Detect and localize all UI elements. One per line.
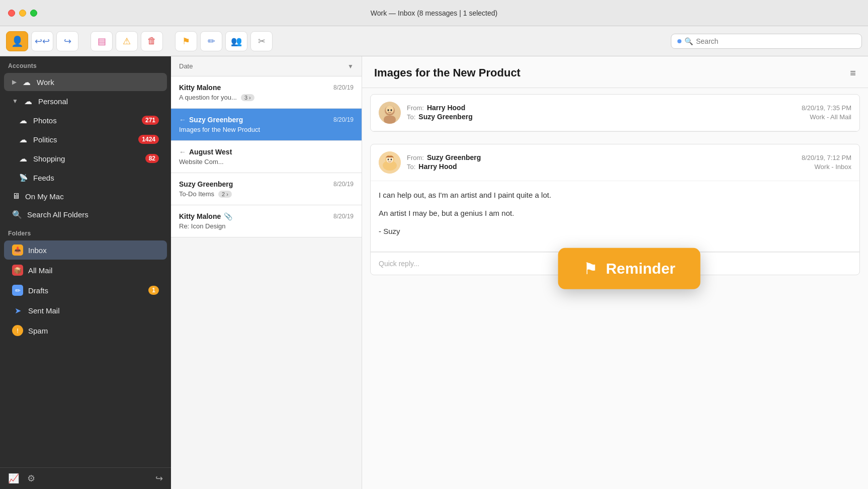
reply-all-button[interactable]: ↩↩ [31, 31, 53, 51]
email-subject-text: To-Do Items [179, 190, 214, 198]
reminder-label: Reminder [606, 260, 675, 277]
sidebar-item-all-mail[interactable]: 📦 All Mail [4, 261, 167, 280]
contacts-button[interactable]: 👥 [225, 31, 247, 51]
forward-button[interactable]: ↪ [56, 31, 78, 51]
flag-button[interactable]: ⚑ [175, 31, 197, 51]
menu-button[interactable]: ≡ [850, 67, 856, 79]
sidebar-item-politics[interactable]: ☁ Politics 1424 [10, 130, 167, 148]
email-list: Date ▼ Kitty Malone 8/20/19 A question f… [171, 56, 362, 489]
email-item-selected[interactable]: ← Suzy Greenberg 8/20/19 Images for the … [171, 109, 362, 141]
message-body: I can help out, as I'm an artist and I p… [371, 181, 859, 252]
email-subject-text: Website Com... [179, 158, 224, 166]
svg-point-5 [391, 109, 392, 111]
politics-badge: 1424 [138, 135, 159, 144]
email-sender: Suzy Greenberg [189, 116, 243, 124]
sidebar-item-search-all[interactable]: 🔍 Search All Folders [4, 206, 167, 223]
cloud-icon-photos: ☁ [18, 115, 28, 125]
photos-label: Photos [33, 116, 57, 125]
sidebar-item-shopping[interactable]: ☁ Shopping 82 [10, 149, 167, 168]
email-item[interactable]: ← August West Website Com... [171, 141, 362, 173]
email-item[interactable]: Suzy Greenberg 8/20/19 To-Do Items 2 › [171, 173, 362, 205]
email-item[interactable]: Kitty Malone 📎 8/20/19 Re: Icon Design [171, 205, 362, 237]
message-time-2: 8/20/19, 7:12 PM [802, 154, 851, 161]
search-input[interactable] [696, 37, 855, 45]
from-row: From: Harry Hood 8/20/19, 7:35 PM [407, 104, 851, 112]
sidebar-item-inbox[interactable]: 📥 Inbox [4, 240, 167, 260]
spam-icon: ! [12, 325, 23, 336]
flag-yellow-button[interactable]: ⚠ [116, 31, 138, 51]
email-subject: Images for the New Product [179, 126, 354, 133]
message-card-header: From: Harry Hood 8/20/19, 7:35 PM To: Su… [371, 95, 859, 131]
activity-icon[interactable]: 📈 [8, 473, 19, 484]
maximize-button[interactable] [30, 10, 37, 17]
politics-label: Politics [33, 135, 57, 144]
sort-label: Date [179, 62, 193, 70]
cloud-icon-personal: ☁ [23, 96, 33, 106]
email-subject: A question for you... 3 › [179, 94, 354, 101]
minimize-button[interactable] [19, 10, 26, 17]
thread-badge: 3 › [241, 94, 254, 101]
email-subject-text: A question for you... [179, 94, 237, 101]
inbox-label: Inbox [28, 246, 47, 255]
email-subject: Re: Icon Design [179, 222, 354, 230]
sent-icon: ➤ [12, 305, 23, 316]
avatar-button[interactable]: 👤 [6, 31, 28, 51]
traffic-lights [8, 10, 37, 17]
sidebar-item-feeds[interactable]: 📡 Feeds [10, 169, 167, 187]
message-mailbox: Work - All Mail [810, 113, 851, 121]
reply-arrow-icon: ← [179, 116, 186, 124]
chevron-down-icon: ▼ [12, 98, 18, 105]
from-name-2: Suzy Greenberg [427, 153, 481, 161]
search-folder-icon: 🔍 [12, 210, 22, 219]
avatar [379, 102, 401, 124]
sidebar-item-work[interactable]: ▶ ☁ Work [4, 73, 167, 91]
signout-icon[interactable]: ↪ [155, 473, 163, 484]
reminder-flag-icon: ⚑ [583, 259, 598, 278]
archive-icon: ▤ [98, 36, 106, 47]
close-button[interactable] [8, 10, 15, 17]
sidebar-item-personal[interactable]: ▼ ☁ Personal [4, 92, 167, 110]
archive-button[interactable]: ▤ [91, 31, 113, 51]
avatar-icon: 👤 [11, 35, 24, 47]
email-subject: Website Com... [179, 158, 354, 166]
message-mailbox-2: Work - Inbox [815, 163, 851, 171]
reminder-overlay: ⚑ Reminder [558, 248, 701, 289]
photos-badge: 271 [142, 116, 159, 125]
settings-icon[interactable]: ⚙ [27, 473, 35, 484]
email-detail-header: Images for the New Product ≡ [362, 56, 868, 88]
body-line-1: I can help out, as I'm an artist and I p… [379, 189, 851, 201]
sidebar-item-drafts[interactable]: ✏ Drafts 1 [4, 281, 167, 300]
plugin-button[interactable]: ✂ [250, 31, 273, 51]
title-bar: Work — Inbox (8 messages | 1 selected) [0, 0, 868, 26]
all-mail-icon: 📦 [12, 265, 23, 276]
sent-mail-label: Sent Mail [28, 306, 60, 315]
inbox-icon: 📥 [12, 244, 23, 256]
email-subject-text: Images for the New Product [179, 126, 260, 133]
drafts-icon: ✏ [12, 285, 23, 296]
avatar-girl [379, 151, 401, 174]
sort-chevron-icon[interactable]: ▼ [348, 63, 354, 70]
sidebar-item-photos[interactable]: ☁ Photos 271 [10, 111, 167, 129]
email-item[interactable]: Kitty Malone 8/20/19 A question for you.… [171, 76, 362, 109]
sidebar-item-on-my-mac[interactable]: 🖥 On My Mac [4, 188, 167, 205]
search-all-label: Search All Folders [27, 210, 89, 219]
cloud-icon-shopping: ☁ [18, 153, 28, 164]
message-time: 8/20/19, 7:35 PM [802, 104, 851, 112]
trash-button[interactable]: 🗑 [141, 31, 163, 51]
email-list-header: Date ▼ [171, 56, 362, 76]
rss-icon: 📡 [18, 173, 28, 183]
sidebar-item-spam[interactable]: ! Spam [4, 321, 167, 340]
forward-icon: ↪ [64, 36, 71, 47]
email-subject: To-Do Items 2 › [179, 190, 354, 198]
search-bar[interactable]: 🔍 [671, 34, 862, 49]
cloud-icon-politics: ☁ [18, 134, 28, 144]
compose-button[interactable]: ✏ [200, 31, 222, 51]
work-account-label: Work [37, 78, 54, 87]
drafts-badge: 1 [148, 286, 159, 295]
drafts-label: Drafts [28, 286, 48, 295]
email-item-header: Kitty Malone 📎 8/20/19 [179, 212, 354, 220]
sidebar-item-sent-mail[interactable]: ➤ Sent Mail [4, 301, 167, 320]
main-layout: Accounts ▶ ☁ Work ▼ ☁ Personal ☁ Photos … [0, 56, 868, 489]
reply-all-icon: ↩↩ [35, 36, 50, 47]
message-meta: From: Harry Hood 8/20/19, 7:35 PM To: Su… [407, 104, 851, 122]
